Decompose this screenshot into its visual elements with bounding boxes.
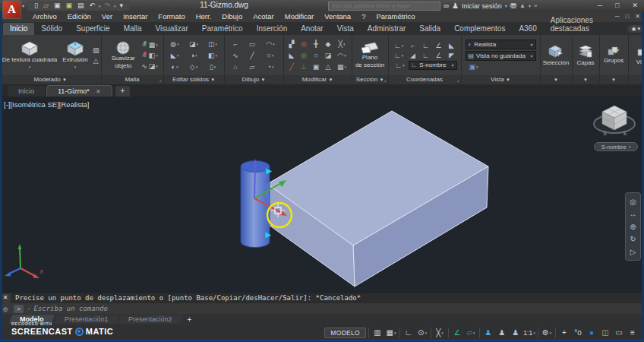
named-view-dropdown[interactable]: ▤ Vista no guardada ▾ (466, 51, 536, 61)
doc-tab-11-gizmo[interactable]: 11-Gizmo*✕ (46, 85, 112, 97)
command-customize-icon[interactable]: ⚙ (2, 306, 8, 313)
doc-close-button[interactable]: ✕ (635, 11, 640, 22)
dibujo-tool-8[interactable]: ▱ (244, 61, 260, 72)
customization-menu-icon[interactable]: ≡ (627, 327, 639, 339)
modificar-tool-6[interactable]: ◣ (286, 49, 298, 61)
pan-icon[interactable]: ↔ (630, 210, 637, 218)
menu-archivo[interactable]: Archivo (27, 11, 62, 22)
dibujo-tool-9[interactable]: ◔▾ (260, 61, 280, 72)
panel-launcher-icon[interactable]: ⌟ (384, 75, 386, 84)
menu-edicion[interactable]: Edición (62, 11, 96, 22)
ribbon-tab-a360[interactable]: A360 (512, 23, 543, 35)
viewport-canvas[interactable]: X (0, 97, 644, 293)
ribbon-tab-parametrico[interactable]: Paramétrico (195, 23, 250, 35)
editar-solidos-tool-2[interactable]: ◪▾ (185, 38, 204, 49)
annotation-scale-icon[interactable]: ♟ (510, 327, 522, 339)
object-snap-icon[interactable]: ▱▾ (465, 327, 477, 339)
ribbon-tab-superficie[interactable]: Superficie (69, 23, 116, 35)
coordenadas-r1-tool-1[interactable]: ∟▾ (391, 40, 406, 50)
app-menu-dropdown-icon[interactable]: ▾ (22, 3, 24, 8)
open-file-icon[interactable]: ▱ (41, 1, 51, 11)
snap-mode-icon[interactable]: ▥ (371, 327, 384, 339)
sign-in-button[interactable]: Iniciar sesión (462, 2, 502, 10)
redo-icon[interactable]: ↷ (102, 1, 112, 11)
close-button[interactable]: ✕ (632, 0, 638, 11)
coordenadas-r2-tool-3[interactable]: ∟ (419, 50, 432, 60)
panel-seleccion[interactable]: Selección ▼ (541, 35, 573, 84)
viewport-controls-label[interactable]: [-][Isométrica SE][Realista] (4, 100, 89, 109)
doc-tab-inicio[interactable]: Inicio (8, 86, 45, 97)
annotation-monitor-icon[interactable]: + (558, 327, 570, 339)
ribbon-tab-salida[interactable]: Salida (412, 23, 447, 35)
modificar-tool-15[interactable]: ▦▾ (334, 61, 349, 72)
vista-r3-tool-1[interactable]: ▣▾ (466, 62, 482, 71)
editar-solidos-tool-5[interactable]: ◑▾ (185, 49, 204, 61)
modificar-tool-4[interactable]: ◆ (322, 38, 334, 49)
polar-tracking-icon[interactable]: ⊙▾ (416, 327, 428, 339)
box-primitive-button[interactable]: De textura cuadrada ▾ (2, 41, 58, 69)
panel-label-modificar[interactable]: Modificar ▼ (284, 75, 352, 84)
save-icon[interactable]: ▣ (52, 1, 63, 11)
panel-label-vista[interactable]: Vista ▼ (462, 75, 540, 84)
minimize-button[interactable]: ─ (598, 0, 602, 11)
drawing-viewport[interactable]: [-][Isométrica SE][Realista] (0, 97, 644, 293)
command-close-icon[interactable]: ✕ (3, 294, 8, 301)
ribbon-tab-administrar[interactable]: Administrar (361, 23, 413, 35)
graphics-performance-icon[interactable]: ● (586, 327, 598, 339)
new-file-icon[interactable]: ▯ (32, 1, 40, 11)
new-layout-tab-button[interactable]: + (188, 315, 192, 324)
dibujo-tool-7[interactable]: ⌂ (227, 61, 244, 72)
command-prompt-icon[interactable]: > (14, 305, 24, 313)
ribbon-tab-anotar[interactable]: Anotar (294, 23, 330, 35)
editar-solidos-tool-1[interactable]: ◍▾ (166, 38, 185, 49)
modificar-tool-2[interactable]: ⊙ (298, 38, 310, 49)
a360-dropdown-icon[interactable]: ▾ (529, 3, 531, 8)
dibujo-tool-6[interactable]: ○▾ (260, 49, 280, 61)
undo-icon[interactable]: ↶ (87, 1, 97, 11)
menu-dibujo[interactable]: Dibujo (216, 11, 248, 22)
modificar-tool-13[interactable]: ▣ (310, 61, 322, 72)
osnap-tracking-icon[interactable]: ∠ (451, 327, 463, 339)
search-icon[interactable]: ∞ (444, 1, 449, 11)
modificar-tool-10[interactable]: ◠▾ (334, 49, 349, 61)
section-plane-button[interactable]: Plano de sección (355, 42, 384, 68)
zoom-icon[interactable]: ⊕ (630, 223, 636, 231)
annotation-scale-value[interactable]: 1:1▾ (523, 327, 535, 339)
menu-ver[interactable]: Ver (96, 11, 118, 22)
coordenadas-r2-tool-2[interactable]: ◢ (406, 50, 419, 60)
coordenadas-r2-tool-4[interactable]: ∠ (432, 50, 445, 60)
sign-in-dropdown-icon[interactable]: ▾ (505, 3, 507, 8)
dibujo-tool-5[interactable]: ╱ (244, 49, 260, 61)
panel-label-coordenadas[interactable]: Coordenadas ⌟ (389, 75, 461, 84)
visual-style-dropdown[interactable]: ◐ Realista ▾ (466, 40, 536, 49)
modificar-tool-9[interactable]: ◪ (322, 49, 334, 61)
editar-solidos-tool-3[interactable]: ◫▾ (204, 38, 223, 49)
coordenadas-r1-tool-2[interactable]: ⌐ (406, 40, 419, 50)
coordenadas-r2-tool-5[interactable]: ◤ (445, 50, 458, 60)
coordenadas-r2-tool-1[interactable]: ∟▾ (391, 50, 406, 60)
coordenadas-r1-tool-3[interactable]: ∟ (419, 40, 432, 50)
infocenter-expand-icon[interactable]: » (534, 2, 537, 9)
workspace-switching-icon[interactable]: ⚙▾ (541, 327, 553, 339)
panel-capas[interactable]: Capas ▼ (573, 35, 600, 84)
malla-2-tool-2[interactable]: ◧▾ (149, 51, 158, 60)
menu-parametrico[interactable]: Paramétrico (371, 11, 420, 22)
maximize-button[interactable]: □ (615, 0, 619, 11)
modificar-tool-1[interactable]: ▞ (286, 38, 298, 49)
panel-launcher-icon[interactable]: ⌟ (159, 75, 161, 84)
malla-1-tool-2[interactable]: ≈ (141, 51, 147, 60)
modificar-tool-7[interactable]: ◎ (298, 49, 310, 61)
clean-screen-icon[interactable]: ▭ (613, 327, 625, 339)
viewcube[interactable]: S E (589, 100, 639, 144)
panel-expand-capas[interactable]: ▼ (573, 75, 599, 84)
panel-label-editar-solidos[interactable]: Editar sólidos ▼ (164, 75, 224, 84)
panel-label-seccion[interactable]: Sección ▼ ⌟ (352, 75, 388, 84)
isolate-objects-icon[interactable]: °o (572, 327, 584, 339)
full-navigation-wheel-icon[interactable]: ◎ (630, 198, 636, 206)
editar-solidos-tool-4[interactable]: ◣▾ (166, 49, 185, 61)
tab-close-icon[interactable]: ✕ (96, 88, 101, 95)
ortho-mode-icon[interactable]: ∟ (402, 327, 415, 339)
ribbon-tab-malla[interactable]: Malla (117, 23, 149, 35)
model-space-button[interactable]: MODELO (324, 327, 366, 339)
menu-acotar[interactable]: Acotar (248, 11, 279, 22)
